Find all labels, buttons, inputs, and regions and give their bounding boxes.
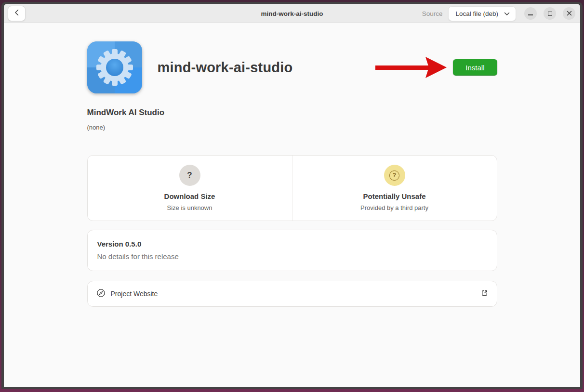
source-dropdown-value: Local file (deb) [455, 10, 498, 17]
safety-tile[interactable]: ? Potentially Unsafe Provided by a third… [292, 156, 497, 221]
app-header: mind-work-ai-studio Install [87, 41, 497, 93]
app-icon [87, 41, 142, 93]
desktop-background: mind-work-ai-studio Source Local file (d… [0, 0, 584, 392]
question-mark-icon: ? [179, 165, 200, 186]
red-arrow-annotation [374, 56, 447, 78]
app-display-name: MindWork AI Studio [87, 108, 497, 118]
version-card: Version 0.5.0 No details for this releas… [87, 230, 497, 271]
chevron-down-icon [504, 10, 510, 17]
install-button[interactable]: Install [453, 59, 497, 76]
maximize-icon [548, 12, 552, 16]
page-title: mind-work-ai-studio [158, 60, 293, 76]
titlebar-right-cluster: Source Local file (deb) [422, 4, 575, 23]
minimize-icon [528, 14, 533, 15]
minimize-button[interactable] [524, 7, 537, 20]
external-link-icon [480, 289, 489, 299]
tile-title: Download Size [164, 192, 215, 200]
version-title: Version 0.5.0 [97, 240, 487, 248]
project-website-row[interactable]: Project Website [87, 281, 497, 307]
context-tiles-card: ? Download Size Size is unknown ? Potent… [87, 155, 497, 221]
source-dropdown[interactable]: Local file (deb) [448, 6, 516, 21]
download-size-tile[interactable]: ? Download Size Size is unknown [88, 156, 292, 221]
window-controls [524, 7, 575, 20]
version-subtitle: No details for this release [97, 252, 487, 261]
compass-icon [96, 288, 106, 300]
tile-subtitle: Size is unknown [167, 204, 212, 211]
content-area: mind-work-ai-studio Install MindWork AI … [4, 23, 580, 387]
maximize-button[interactable] [544, 7, 556, 20]
titlebar: mind-work-ai-studio Source Local file (d… [4, 4, 580, 23]
question-mark-circled-icon: ? [384, 165, 405, 186]
close-icon [567, 9, 572, 18]
website-label: Project Website [111, 290, 158, 298]
back-button[interactable] [8, 6, 26, 21]
close-button[interactable] [563, 7, 575, 20]
tile-title: Potentially Unsafe [363, 192, 425, 200]
window-frame: mind-work-ai-studio Source Local file (d… [1, 2, 583, 389]
source-label: Source [422, 10, 443, 17]
tile-subtitle: Provided by a third party [360, 204, 428, 211]
software-window: mind-work-ai-studio Source Local file (d… [4, 4, 580, 387]
chevron-left-icon [14, 9, 20, 18]
app-developer: (none) [87, 124, 497, 131]
